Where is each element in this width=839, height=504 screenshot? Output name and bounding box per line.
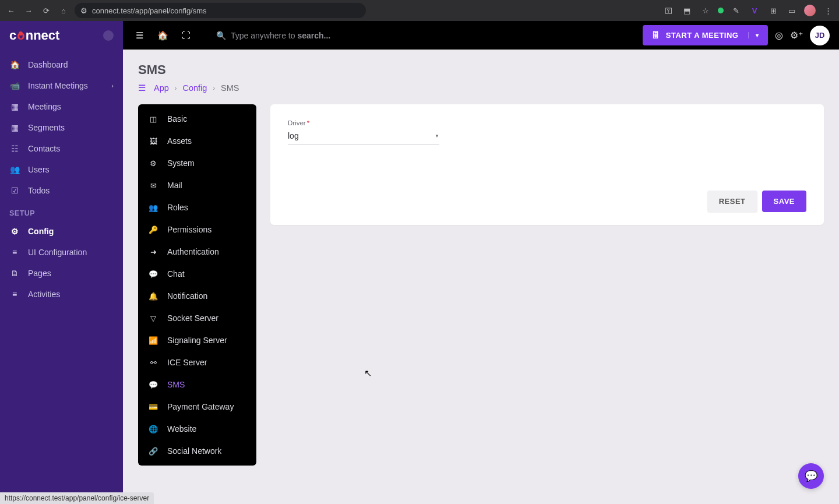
home-icon[interactable]: ⌂	[57, 4, 70, 17]
chevron-right-icon: ›	[213, 84, 215, 91]
key-icon[interactable]: ⚿	[662, 4, 675, 17]
sidebar-item-label: Activities	[28, 290, 60, 299]
menu-icon[interactable]: ☰	[138, 83, 146, 93]
star-icon[interactable]: ☆	[699, 4, 712, 17]
config-tab-ice-server[interactable]: ⚯ICE Server	[138, 351, 256, 373]
sidebar-item-meetings[interactable]: ▦ Meetings	[0, 96, 123, 117]
sidebar-item-dashboard[interactable]: 🏠 Dashboard	[0, 54, 123, 75]
config-tab-system[interactable]: ⚙System	[138, 152, 256, 174]
sidebar-item-ui-configuration[interactable]: ≡ UI Configuration	[0, 242, 123, 263]
save-button[interactable]: SAVE	[762, 191, 806, 212]
sidebar-item-label: Config	[28, 227, 54, 236]
sidebar-item-config[interactable]: ⚙ Config	[0, 221, 123, 242]
user-avatar[interactable]: JD	[810, 26, 830, 45]
config-tab-permissions[interactable]: 🔑Permissions	[138, 218, 256, 241]
global-search[interactable]: 🔍 Type anywhere to search...	[216, 31, 414, 40]
video-icon: 📹	[9, 81, 20, 90]
forward-icon[interactable]: →	[22, 4, 35, 17]
home-icon[interactable]: 🏠	[156, 29, 170, 43]
chevron-down-icon[interactable]: ▾	[748, 32, 759, 38]
brand-logo[interactable]: connect	[9, 28, 59, 43]
chevron-right-icon: ›	[111, 82, 114, 89]
profile-avatar-icon[interactable]	[804, 5, 816, 16]
url-bar[interactable]: ⚙ connect.test/app/panel/config/sms	[75, 3, 366, 18]
config-tab-label: Social Network	[167, 446, 221, 456]
config-tab-website[interactable]: 🌐Website	[138, 418, 256, 440]
config-tab-signaling-server[interactable]: 📶Signaling Server	[138, 329, 256, 351]
menu-icon[interactable]: ☰	[132, 29, 146, 43]
reload-icon[interactable]: ⟳	[40, 4, 52, 17]
sidebar-item-label: UI Configuration	[28, 248, 87, 257]
config-tab-roles[interactable]: 👥Roles	[138, 196, 256, 218]
card-icon: 💳	[149, 403, 158, 411]
config-tab-payment-gateway[interactable]: 💳Payment Gateway	[138, 396, 256, 418]
config-tab-label: ICE Server	[167, 358, 207, 367]
target-icon[interactable]: ◎	[775, 30, 783, 41]
driver-select[interactable]: log ▼	[288, 129, 439, 144]
users-icon: 👥	[9, 165, 20, 174]
config-tab-label: Socket Server	[167, 313, 218, 323]
driver-value: log	[288, 131, 299, 140]
back-icon[interactable]: ←	[5, 4, 17, 17]
sidebar-item-label: Meetings	[28, 102, 61, 111]
driver-field: Driver* log ▼	[288, 119, 439, 144]
sidebar-item-label: Pages	[28, 269, 51, 278]
sidebar-item-segments[interactable]: ▦ Segments	[0, 117, 123, 138]
key-icon: 🔑	[149, 225, 158, 234]
puzzle-icon[interactable]: ⊞	[767, 4, 780, 17]
panel-icon[interactable]: ▭	[785, 4, 798, 17]
breadcrumb: ☰ App › Config › SMS	[138, 83, 824, 93]
config-tab-basic[interactable]: ◫Basic	[138, 108, 256, 130]
config-tab-sms[interactable]: 💬SMS	[138, 373, 256, 396]
sidebar-item-pages[interactable]: 🗎 Pages	[0, 263, 123, 284]
list-icon: ≡	[9, 290, 20, 299]
sidebar-item-todos[interactable]: ☑ Todos	[0, 180, 123, 201]
sidebar-item-activities[interactable]: ≡ Activities	[0, 284, 123, 305]
collapse-sidebar-icon[interactable]	[103, 30, 114, 41]
chevron-right-icon: ›	[175, 84, 177, 91]
config-tab-socket-server[interactable]: ▽Socket Server	[138, 307, 256, 329]
breadcrumb-config[interactable]: Config	[182, 83, 207, 93]
config-tab-label: Notification	[167, 291, 207, 301]
reset-button[interactable]: RESET	[707, 191, 757, 212]
pen-icon[interactable]: ✎	[729, 4, 742, 17]
sliders-icon: ⚙	[9, 227, 20, 236]
config-tab-assets[interactable]: 🖼Assets	[138, 130, 256, 152]
sidebar-item-instant-meetings[interactable]: 📹 Instant Meetings ›	[0, 75, 123, 96]
site-info-icon[interactable]: ⚙	[80, 6, 87, 15]
grid-icon: ▦	[9, 123, 20, 132]
config-tab-mail[interactable]: ✉Mail	[138, 174, 256, 196]
search-placeholder: Type anywhere to search...	[231, 31, 330, 40]
sms-config-card: Driver* log ▼ RESET SAVE	[270, 104, 824, 225]
config-tab-notification[interactable]: 🔔Notification	[138, 285, 256, 307]
install-icon[interactable]: ⬒	[681, 4, 693, 17]
fullscreen-icon[interactable]: ⛶	[179, 29, 193, 43]
config-tab-authentication[interactable]: ➜Authentication	[138, 241, 256, 263]
chat-icon: 💬	[805, 470, 817, 482]
sms-icon: 💬	[149, 380, 158, 389]
chat-fab[interactable]: 💬	[798, 463, 824, 489]
config-tab-label: Mail	[167, 181, 182, 190]
signal-icon: 📶	[149, 336, 158, 345]
gears-icon[interactable]: ⚙⁺	[790, 30, 803, 41]
sidebar-item-users[interactable]: 👥 Users	[0, 159, 123, 180]
config-tab-chat[interactable]: 💬Chat	[138, 263, 256, 285]
ext-dot-icon[interactable]	[718, 8, 724, 13]
kebab-icon[interactable]: ⋮	[822, 4, 834, 17]
start-meeting-button[interactable]: 🗄 START A MEETING ▾	[643, 25, 768, 45]
breadcrumb-current: SMS	[221, 83, 239, 93]
sidebar-item-label: Dashboard	[28, 60, 68, 69]
breadcrumb-app[interactable]: App	[154, 83, 169, 93]
sidebar-item-label: Todos	[28, 186, 50, 195]
main-pane: ☰ 🏠 ⛶ 🔍 Type anywhere to search... 🗄 STA…	[123, 21, 839, 504]
sliders-icon: ⚙	[149, 159, 158, 168]
config-tab-social-network[interactable]: 🔗Social Network	[138, 440, 256, 462]
app-sidebar: connect 🏠 Dashboard 📹 Instant Meetings ›…	[0, 21, 123, 504]
vue-devtools-icon[interactable]: V	[748, 4, 761, 17]
primary-nav: 🏠 Dashboard 📹 Instant Meetings › ▦ Meeti…	[0, 50, 123, 504]
config-tab-label: Authentication	[167, 247, 219, 256]
bell-icon: 🔔	[149, 292, 158, 301]
page-title: SMS	[138, 62, 824, 77]
image-icon: 🖼	[149, 137, 158, 146]
sidebar-item-contacts[interactable]: ☷ Contacts	[0, 138, 123, 159]
